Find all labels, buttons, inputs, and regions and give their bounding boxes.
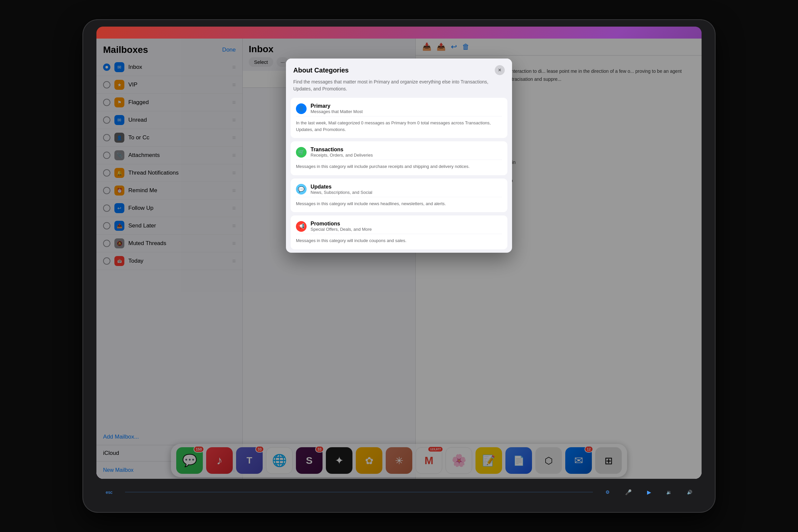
modal-subtitle: Find the messages that matter most in Pr… — [286, 78, 512, 98]
about-categories-modal: About Categories × Find the messages tha… — [286, 58, 512, 253]
play-key[interactable]: ▶ — [644, 488, 654, 497]
primary-header: 👤 Primary Messages that Matter Most — [296, 103, 502, 114]
updates-text: Updates News, Subscriptions, and Social — [310, 184, 373, 195]
updates-subtitle: News, Subscriptions, and Social — [310, 190, 373, 195]
category-primary: 👤 Primary Messages that Matter Most In t… — [291, 98, 507, 138]
main-content-area: Mailboxes Done ✉ Inbox ≡ — [96, 39, 702, 479]
fn-key[interactable]: ⚙ — [603, 488, 612, 496]
transactions-title: Transactions — [310, 147, 373, 153]
vol-down-key[interactable]: 🔉 — [664, 489, 674, 496]
primary-title: Primary — [310, 103, 363, 109]
vol-up-key[interactable]: 🔊 — [684, 489, 695, 496]
category-transactions: 🛒 Transactions Receipts, Orders, and Del… — [291, 141, 507, 175]
mic-key[interactable]: 🎤 — [623, 488, 634, 497]
keyboard-area: esc ⚙ 🎤 ▶ 🔉 🔊 — [83, 479, 715, 506]
primary-desc: In the last week, Mail categorized 0 mes… — [296, 116, 502, 133]
promotions-desc: Messages in this category will include c… — [296, 234, 502, 244]
promotions-header: 📢 Promotions Special Offers, Deals, and … — [296, 221, 502, 232]
keyboard-divider — [125, 492, 593, 492]
transactions-icon: 🛒 — [296, 147, 307, 158]
updates-header: 💬 Updates News, Subscriptions, and Socia… — [296, 184, 502, 195]
modal-overlay: About Categories × Find the messages tha… — [96, 39, 702, 479]
updates-icon-symbol: 💬 — [298, 186, 305, 192]
modal-title: About Categories — [293, 66, 349, 74]
promotions-icon-symbol: 📢 — [298, 223, 305, 229]
ipad-frame: 5:15 AM Sat Feb 22 📶 14% Mailboxes Done — [83, 20, 715, 512]
updates-icon: 💬 — [296, 184, 307, 194]
category-updates: 💬 Updates News, Subscriptions, and Socia… — [291, 178, 507, 212]
ipad-screen: 5:15 AM Sat Feb 22 📶 14% Mailboxes Done — [96, 26, 702, 479]
transactions-desc: Messages in this category will include p… — [296, 159, 502, 170]
transactions-header: 🛒 Transactions Receipts, Orders, and Del… — [296, 147, 502, 158]
category-promotions: 📢 Promotions Special Offers, Deals, and … — [291, 215, 507, 249]
primary-subtitle: Messages that Matter Most — [310, 109, 363, 114]
transactions-subtitle: Receipts, Orders, and Deliveries — [310, 153, 373, 158]
promotions-text: Promotions Special Offers, Deals, and Mo… — [310, 221, 372, 232]
promotions-icon: 📢 — [296, 221, 307, 232]
promotions-subtitle: Special Offers, Deals, and More — [310, 227, 372, 232]
promotions-title: Promotions — [310, 221, 372, 227]
primary-text: Primary Messages that Matter Most — [310, 103, 363, 114]
transactions-text: Transactions Receipts, Orders, and Deliv… — [310, 147, 373, 158]
updates-title: Updates — [310, 184, 373, 190]
modal-header: About Categories × — [286, 58, 512, 78]
primary-icon-symbol: 👤 — [298, 106, 305, 112]
primary-icon: 👤 — [296, 103, 307, 114]
transactions-icon-symbol: 🛒 — [298, 149, 305, 155]
updates-desc: Messages in this category will include n… — [296, 197, 502, 207]
esc-key[interactable]: esc — [103, 489, 115, 496]
modal-close-button[interactable]: × — [495, 65, 505, 75]
